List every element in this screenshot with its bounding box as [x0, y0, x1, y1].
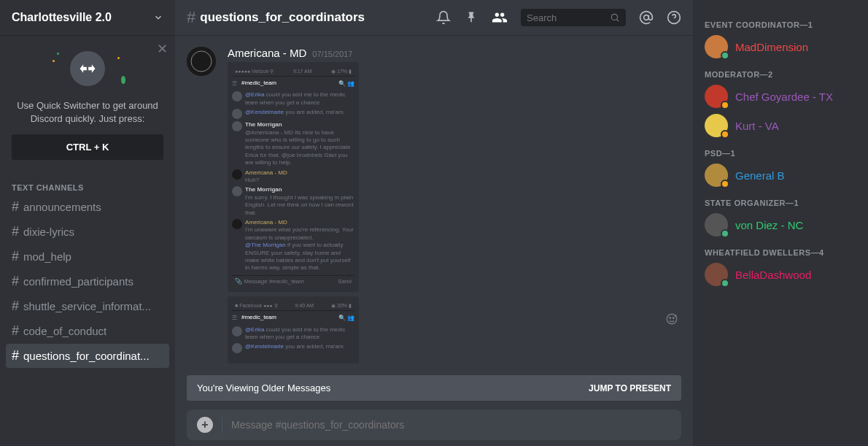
- channel-item[interactable]: #shuttle_service_informat...: [6, 294, 169, 318]
- svg-point-8: [670, 318, 671, 319]
- members-sidebar: EVENT COORDINATOR—1MadDimensionMODERATOR…: [693, 0, 868, 446]
- search-icon: [610, 12, 620, 23]
- jump-to-present-button[interactable]: JUMP TO PRESENT: [589, 383, 671, 393]
- svg-line-1: [617, 20, 619, 22]
- mentions-icon[interactable]: [639, 10, 654, 25]
- channel-title: # questions_for_coordinators: [187, 8, 436, 27]
- channel-name: code_of_conduct: [23, 325, 106, 337]
- search-input[interactable]: [527, 12, 610, 23]
- server-header[interactable]: Charlottesville 2.0: [0, 0, 175, 35]
- message-input-area: +: [187, 410, 681, 440]
- svg-point-2: [644, 15, 649, 20]
- member-name: Chef Goyardee - TX: [735, 91, 833, 103]
- add-reaction-icon[interactable]: [665, 312, 678, 326]
- quick-switcher-panel: ✕ + Use Quick Switcher to get around Dis…: [0, 35, 175, 172]
- avatar: [705, 35, 728, 58]
- message-timestamp: 07/15/2017: [312, 50, 352, 58]
- search-box[interactable]: [521, 9, 626, 26]
- channels-header: TEXT CHANNELS: [0, 183, 175, 192]
- channel-item[interactable]: #dixie-lyrics: [6, 220, 169, 244]
- channel-item[interactable]: #code_of_conduct: [6, 319, 169, 343]
- channel-item[interactable]: #mod_help: [6, 245, 169, 269]
- older-messages-text: You're Viewing Older Messages: [197, 382, 330, 393]
- chevron-down-icon: [153, 12, 163, 23]
- member-name: BellaDashwood: [735, 269, 811, 281]
- hash-icon: #: [12, 299, 19, 314]
- channel-sidebar: Charlottesville 2.0 ✕ + Use Quick Switch…: [0, 0, 175, 446]
- role-header: STATE ORGANIZER—1: [699, 190, 862, 210]
- member-name: MadDimension: [735, 41, 808, 53]
- hash-icon: #: [12, 348, 19, 364]
- status-dot: [721, 180, 729, 188]
- member-item[interactable]: BellaDashwood: [699, 260, 862, 289]
- status-dot: [721, 101, 729, 109]
- hash-icon: #: [12, 249, 19, 264]
- avatar: [705, 164, 728, 187]
- member-name: General B: [735, 169, 785, 182]
- divider: [222, 417, 222, 433]
- main-content: # questions_for_coordinators: [175, 0, 693, 446]
- server-name: Charlottesville 2.0: [12, 11, 112, 24]
- hash-icon: #: [12, 199, 19, 215]
- avatar: [705, 114, 728, 137]
- member-item[interactable]: General B: [699, 161, 862, 190]
- quick-switcher-button[interactable]: CTRL + K: [12, 134, 163, 160]
- channel-item[interactable]: #confirmed_participants: [6, 269, 169, 293]
- quick-switcher-text: Use Quick Switcher to get around Discord…: [12, 99, 163, 126]
- channel-item[interactable]: #announcements: [6, 195, 169, 219]
- channel-title-text: questions_for_coordinators: [200, 10, 365, 25]
- member-item[interactable]: Kurt - VA: [699, 111, 862, 140]
- hash-icon: #: [12, 224, 19, 239]
- image-attachment[interactable]: ●●●●● Verizon ⚲ 9:17 AM ◉ 17% ▮ ☰#medic_…: [228, 62, 359, 292]
- older-messages-bar: You're Viewing Older Messages JUMP TO PR…: [187, 375, 681, 401]
- hash-icon: #: [12, 323, 19, 339]
- message-author[interactable]: Americana - MD: [228, 47, 306, 59]
- channel-name: announcements: [23, 201, 101, 213]
- role-header: MODERATOR—2: [699, 61, 862, 82]
- attach-button[interactable]: +: [197, 417, 213, 433]
- hash-icon: #: [187, 8, 195, 27]
- status-dot: [721, 279, 729, 288]
- message-input[interactable]: [231, 419, 671, 431]
- avatar: [705, 85, 728, 108]
- topbar: # questions_for_coordinators: [175, 0, 693, 35]
- status-dot: [721, 51, 729, 60]
- channel-name: mod_help: [23, 250, 71, 263]
- channels-list: TEXT CHANNELS #announcements#dixie-lyric…: [0, 172, 175, 446]
- quick-switcher-icon: +: [12, 47, 163, 91]
- role-header: PSD—1: [699, 140, 862, 161]
- member-name: von Diez - NC: [735, 219, 803, 231]
- avatar: [705, 213, 728, 237]
- help-icon[interactable]: [667, 10, 681, 25]
- avatar: [705, 263, 728, 286]
- channel-name: questions_for_coordinat...: [23, 350, 150, 362]
- notifications-icon[interactable]: [436, 10, 451, 25]
- svg-point-9: [673, 318, 675, 319]
- status-dot: [721, 229, 729, 238]
- message: Americana - MD 07/15/2017 ●●●●● Verizon …: [187, 47, 681, 368]
- svg-point-0: [611, 14, 617, 20]
- channel-name: confirmed_participants: [23, 275, 133, 288]
- member-item[interactable]: Chef Goyardee - TX: [699, 82, 862, 111]
- role-header: WHEATFIELD DWELLERS—4: [699, 239, 862, 260]
- member-name: Kurt - VA: [735, 120, 779, 132]
- member-item[interactable]: MadDimension: [699, 32, 862, 61]
- channel-name: dixie-lyrics: [23, 226, 74, 238]
- hash-icon: #: [12, 274, 19, 289]
- image-attachment[interactable]: ■ Facebook ●●● ⚲ 9:40 AM ◉ 30% ▮ ☰#medic…: [228, 296, 359, 364]
- channel-item[interactable]: #questions_for_coordinat...: [6, 344, 169, 368]
- avatar[interactable]: [187, 47, 216, 76]
- role-header: EVENT COORDINATOR—1: [699, 12, 862, 32]
- message-list: Americana - MD 07/15/2017 ●●●●● Verizon …: [175, 35, 693, 375]
- member-item[interactable]: von Diez - NC: [699, 210, 862, 239]
- status-dot: [721, 130, 729, 139]
- members-icon[interactable]: [492, 9, 508, 26]
- pin-icon[interactable]: [464, 10, 478, 25]
- channel-name: shuttle_service_informat...: [23, 300, 151, 312]
